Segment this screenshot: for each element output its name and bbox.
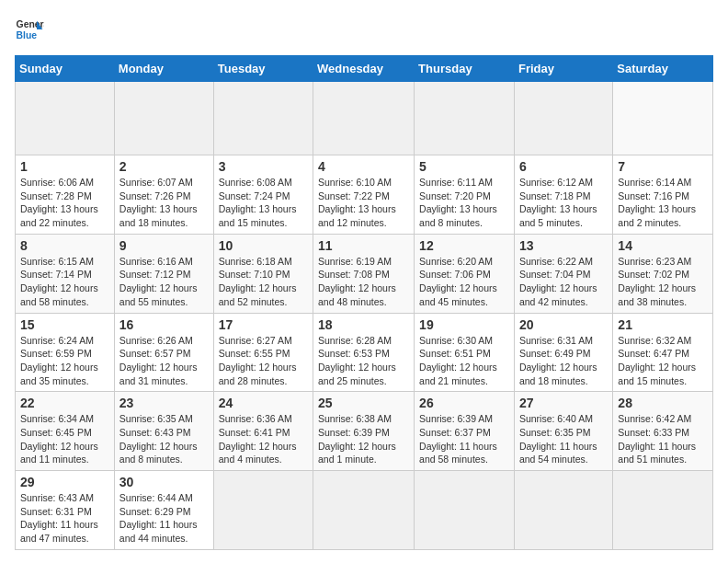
day-number: 5: [419, 159, 509, 174]
calendar-cell: 15Sunrise: 6:24 AMSunset: 6:59 PMDayligh…: [16, 313, 115, 392]
day-number: 30: [119, 475, 209, 489]
calendar-table: SundayMondayTuesdayWednesdayThursdayFrid…: [15, 55, 713, 550]
day-info: Sunrise: 6:44 AMSunset: 6:29 PMDaylight:…: [119, 492, 198, 544]
calendar-cell: 30Sunrise: 6:44 AMSunset: 6:29 PMDayligh…: [114, 471, 213, 550]
weekday-header-sunday: Sunday: [16, 56, 115, 82]
day-number: 15: [20, 317, 109, 332]
calendar-cell: 7Sunrise: 6:14 AMSunset: 7:16 PMDaylight…: [613, 155, 713, 235]
calendar-cell: 8Sunrise: 6:15 AMSunset: 7:14 PMDaylight…: [16, 234, 115, 313]
calendar-cell: 9Sunrise: 6:16 AMSunset: 7:12 PMDaylight…: [114, 234, 213, 313]
calendar-cell: 6Sunrise: 6:12 AMSunset: 7:18 PMDaylight…: [514, 155, 612, 235]
calendar-week-row: 1Sunrise: 6:06 AMSunset: 7:28 PMDaylight…: [16, 155, 713, 235]
day-info: Sunrise: 6:31 AMSunset: 6:49 PMDaylight:…: [519, 335, 597, 386]
day-info: Sunrise: 6:19 AMSunset: 7:08 PMDaylight:…: [318, 256, 396, 307]
calendar-cell: 2Sunrise: 6:07 AMSunset: 7:26 PMDaylight…: [114, 155, 213, 235]
calendar-cell: 27Sunrise: 6:40 AMSunset: 6:35 PMDayligh…: [514, 392, 612, 471]
day-number: 28: [618, 396, 708, 410]
day-info: Sunrise: 6:39 AMSunset: 6:37 PMDaylight:…: [419, 413, 497, 465]
day-info: Sunrise: 6:26 AMSunset: 6:57 PMDaylight:…: [119, 335, 198, 386]
day-number: 9: [119, 238, 209, 253]
calendar-cell: 18Sunrise: 6:28 AMSunset: 6:53 PMDayligh…: [313, 313, 415, 392]
day-info: Sunrise: 6:08 AMSunset: 7:24 PMDaylight:…: [219, 177, 297, 228]
calendar-cell: 28Sunrise: 6:42 AMSunset: 6:33 PMDayligh…: [613, 392, 713, 471]
calendar-cell: 16Sunrise: 6:26 AMSunset: 6:57 PMDayligh…: [114, 313, 213, 392]
calendar-week-row: 8Sunrise: 6:15 AMSunset: 7:14 PMDaylight…: [16, 234, 713, 313]
day-number: 20: [519, 317, 608, 332]
day-info: Sunrise: 6:18 AMSunset: 7:10 PMDaylight:…: [219, 256, 297, 307]
calendar-week-row: 22Sunrise: 6:34 AMSunset: 6:45 PMDayligh…: [16, 392, 713, 471]
calendar-cell: 29Sunrise: 6:43 AMSunset: 6:31 PMDayligh…: [16, 471, 115, 550]
day-info: Sunrise: 6:32 AMSunset: 6:47 PMDaylight:…: [618, 335, 696, 386]
calendar-cell: 5Sunrise: 6:11 AMSunset: 7:20 PMDaylight…: [415, 155, 515, 235]
day-info: Sunrise: 6:30 AMSunset: 6:51 PMDaylight:…: [419, 335, 497, 386]
calendar-cell: [213, 82, 313, 155]
calendar-cell: [415, 471, 515, 550]
calendar-cell: 3Sunrise: 6:08 AMSunset: 7:24 PMDaylight…: [213, 155, 313, 235]
weekday-header-tuesday: Tuesday: [213, 56, 313, 82]
day-info: Sunrise: 6:24 AMSunset: 6:59 PMDaylight:…: [20, 335, 98, 386]
weekday-header-monday: Monday: [114, 56, 213, 82]
day-info: Sunrise: 6:15 AMSunset: 7:14 PMDaylight:…: [20, 256, 98, 307]
day-info: Sunrise: 6:42 AMSunset: 6:33 PMDaylight:…: [618, 413, 696, 465]
day-number: 4: [318, 159, 409, 174]
calendar-cell: [213, 471, 313, 550]
day-number: 7: [618, 159, 708, 174]
calendar-cell: 10Sunrise: 6:18 AMSunset: 7:10 PMDayligh…: [213, 234, 313, 313]
logo: General Blue: [15, 15, 48, 44]
weekday-header-thursday: Thursday: [415, 56, 515, 82]
day-info: Sunrise: 6:43 AMSunset: 6:31 PMDaylight:…: [20, 492, 98, 544]
calendar-cell: 22Sunrise: 6:34 AMSunset: 6:45 PMDayligh…: [16, 392, 115, 471]
day-info: Sunrise: 6:12 AMSunset: 7:18 PMDaylight:…: [519, 177, 597, 228]
svg-text:Blue: Blue: [17, 30, 38, 40]
day-number: 18: [318, 317, 409, 332]
day-info: Sunrise: 6:23 AMSunset: 7:02 PMDaylight:…: [618, 256, 696, 307]
day-number: 24: [219, 396, 308, 410]
day-number: 21: [618, 317, 708, 332]
calendar-week-row: 29Sunrise: 6:43 AMSunset: 6:31 PMDayligh…: [16, 471, 713, 550]
calendar-cell: [613, 471, 713, 550]
day-number: 25: [318, 396, 409, 410]
day-info: Sunrise: 6:07 AMSunset: 7:26 PMDaylight:…: [119, 177, 198, 228]
day-info: Sunrise: 6:11 AMSunset: 7:20 PMDaylight:…: [419, 177, 497, 228]
day-number: 11: [318, 238, 409, 253]
calendar-cell: 24Sunrise: 6:36 AMSunset: 6:41 PMDayligh…: [213, 392, 313, 471]
page-header: General Blue: [15, 15, 713, 44]
logo-icon: General Blue: [15, 15, 44, 44]
calendar-cell: [16, 82, 115, 155]
day-info: Sunrise: 6:22 AMSunset: 7:04 PMDaylight:…: [519, 256, 597, 307]
day-number: 29: [20, 475, 109, 489]
day-info: Sunrise: 6:28 AMSunset: 6:53 PMDaylight:…: [318, 335, 396, 386]
day-number: 13: [519, 238, 608, 253]
day-info: Sunrise: 6:20 AMSunset: 7:06 PMDaylight:…: [419, 256, 497, 307]
calendar-cell: 17Sunrise: 6:27 AMSunset: 6:55 PMDayligh…: [213, 313, 313, 392]
day-number: 8: [20, 238, 109, 253]
day-info: Sunrise: 6:38 AMSunset: 6:39 PMDaylight:…: [318, 413, 396, 465]
day-number: 6: [519, 159, 608, 174]
day-number: 2: [119, 159, 209, 174]
calendar-cell: 11Sunrise: 6:19 AMSunset: 7:08 PMDayligh…: [313, 234, 415, 313]
day-info: Sunrise: 6:16 AMSunset: 7:12 PMDaylight:…: [119, 256, 198, 307]
calendar-cell: [313, 82, 415, 155]
day-number: 26: [419, 396, 509, 410]
calendar-cell: [313, 471, 415, 550]
day-info: Sunrise: 6:40 AMSunset: 6:35 PMDaylight:…: [519, 413, 597, 465]
calendar-cell: 26Sunrise: 6:39 AMSunset: 6:37 PMDayligh…: [415, 392, 515, 471]
calendar-cell: 4Sunrise: 6:10 AMSunset: 7:22 PMDaylight…: [313, 155, 415, 235]
day-info: Sunrise: 6:10 AMSunset: 7:22 PMDaylight:…: [318, 177, 396, 228]
day-info: Sunrise: 6:34 AMSunset: 6:45 PMDaylight:…: [20, 413, 98, 465]
calendar-cell: [415, 82, 515, 155]
day-number: 27: [519, 396, 608, 410]
calendar-week-row: 15Sunrise: 6:24 AMSunset: 6:59 PMDayligh…: [16, 313, 713, 392]
day-number: 3: [219, 159, 308, 174]
weekday-header-wednesday: Wednesday: [313, 56, 415, 82]
calendar-cell: 14Sunrise: 6:23 AMSunset: 7:02 PMDayligh…: [613, 234, 713, 313]
day-number: 1: [20, 159, 109, 174]
day-number: 19: [419, 317, 509, 332]
day-info: Sunrise: 6:14 AMSunset: 7:16 PMDaylight:…: [618, 177, 696, 228]
calendar-week-row: [16, 82, 713, 155]
calendar-cell: [514, 82, 612, 155]
calendar-cell: 19Sunrise: 6:30 AMSunset: 6:51 PMDayligh…: [415, 313, 515, 392]
weekday-header-saturday: Saturday: [613, 56, 713, 82]
calendar-cell: [114, 82, 213, 155]
day-number: 17: [219, 317, 308, 332]
